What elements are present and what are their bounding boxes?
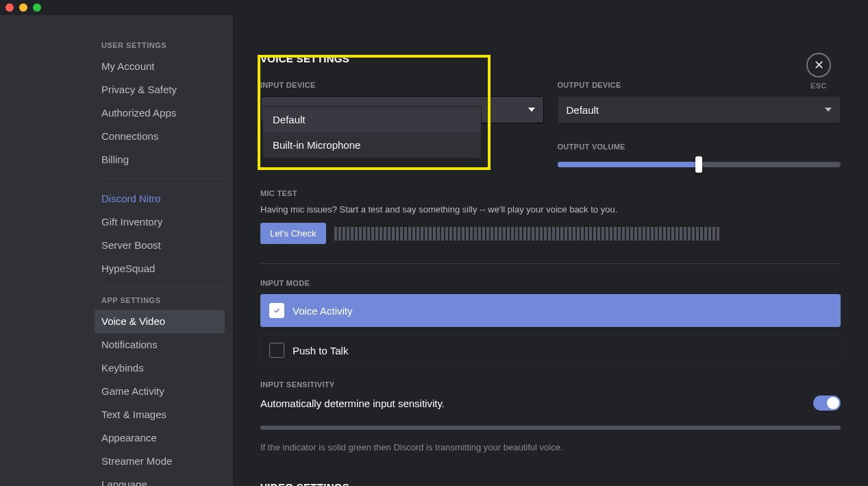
divider [260, 263, 841, 264]
sidebar-item-voice-video[interactable]: Voice & Video [95, 310, 225, 333]
close-icon: ✕ [814, 58, 824, 73]
sidebar-divider [100, 178, 225, 179]
sidebar-item-my-account[interactable]: My Account [95, 55, 225, 78]
auto-sensitivity-text: Automatically determine input sensitivit… [260, 398, 445, 409]
input-mode-label: INPUT MODE [260, 279, 841, 287]
lets-check-button[interactable]: Let's Check [260, 223, 326, 244]
sidebar-item-privacy[interactable]: Privacy & Safety [95, 78, 225, 101]
mic-level-meter [334, 227, 841, 241]
input-mode-push-to-talk[interactable]: Push to Talk [260, 334, 841, 367]
sidebar-item-keybinds[interactable]: Keybinds [95, 356, 225, 380]
app-settings-header: APP SETTINGS [101, 296, 225, 310]
close-settings: ✕ ESC [806, 53, 831, 90]
checkbox-unchecked-icon [269, 343, 284, 358]
checkbox-checked-icon [269, 303, 284, 318]
chevron-down-icon [825, 108, 832, 112]
video-settings-title: VIDEO SETTINGS [260, 481, 841, 486]
output-volume-slider[interactable] [558, 162, 841, 167]
slider-thumb[interactable] [695, 156, 702, 173]
sensitivity-indicator [260, 426, 841, 430]
voice-activity-label: Voice Activity [293, 305, 353, 317]
sidebar-item-appearance[interactable]: Appearance [95, 426, 225, 450]
auto-sensitivity-toggle[interactable] [813, 396, 841, 411]
sidebar-item-server-boost[interactable]: Server Boost [95, 234, 225, 257]
sidebar-item-text-images[interactable]: Text & Images [95, 403, 225, 426]
settings-sidebar: USER SETTINGS My Account Privacy & Safet… [0, 15, 233, 486]
sidebar-item-streamer-mode[interactable]: Streamer Mode [95, 450, 225, 473]
dropdown-option-builtin-mic[interactable]: Built-in Microphone [263, 132, 481, 158]
toggle-knob [827, 397, 839, 409]
sidebar-divider [100, 287, 225, 288]
window-titlebar [0, 0, 868, 15]
sidebar-item-nitro[interactable]: Discord Nitro [95, 187, 225, 210]
sidebar-item-notifications[interactable]: Notifications [95, 333, 225, 356]
minimize-window-button[interactable] [19, 3, 27, 12]
mic-test-description: Having mic issues? Start a test and say … [260, 204, 841, 215]
output-device-label: OUTPUT DEVICE [558, 81, 841, 89]
input-device-dropdown: Default Built-in Microphone [262, 106, 482, 158]
sidebar-item-gift-inventory[interactable]: Gift Inventory [95, 210, 225, 234]
sidebar-item-connections[interactable]: Connections [95, 125, 225, 148]
sidebar-item-billing[interactable]: Billing [95, 148, 225, 171]
sidebar-item-language[interactable]: Language [95, 473, 225, 486]
dropdown-option-default[interactable]: Default [263, 107, 481, 132]
sidebar-item-game-activity[interactable]: Game Activity [95, 380, 225, 403]
maximize-window-button[interactable] [33, 3, 41, 12]
output-volume-label: OUTPUT VOLUME [558, 143, 841, 151]
input-device-label: INPUT DEVICE [260, 81, 544, 89]
mic-test-label: MIC TEST [260, 189, 841, 197]
output-device-select[interactable]: Default [558, 96, 841, 123]
push-to-talk-label: Push to Talk [293, 345, 348, 356]
page-title: VOICE SETTINGS [260, 53, 841, 64]
output-device-value: Default [567, 104, 599, 116]
user-settings-header: USER SETTINGS [101, 41, 225, 55]
chevron-down-icon [528, 108, 535, 112]
input-sensitivity-label: INPUT SENSITIVITY [260, 380, 841, 389]
sidebar-item-hypesquad[interactable]: HypeSquad [95, 257, 225, 280]
input-mode-voice-activity[interactable]: Voice Activity [260, 294, 841, 327]
close-button[interactable]: ✕ [806, 53, 831, 77]
close-window-button[interactable] [5, 3, 14, 12]
esc-label: ESC [806, 82, 831, 90]
sidebar-item-authorized-apps[interactable]: Authorized Apps [95, 101, 225, 125]
settings-content: VOICE SETTINGS INPUT DEVICE Default OUTP… [233, 15, 868, 486]
sensitivity-description: If the indicator is solid green then Dis… [260, 442, 841, 452]
